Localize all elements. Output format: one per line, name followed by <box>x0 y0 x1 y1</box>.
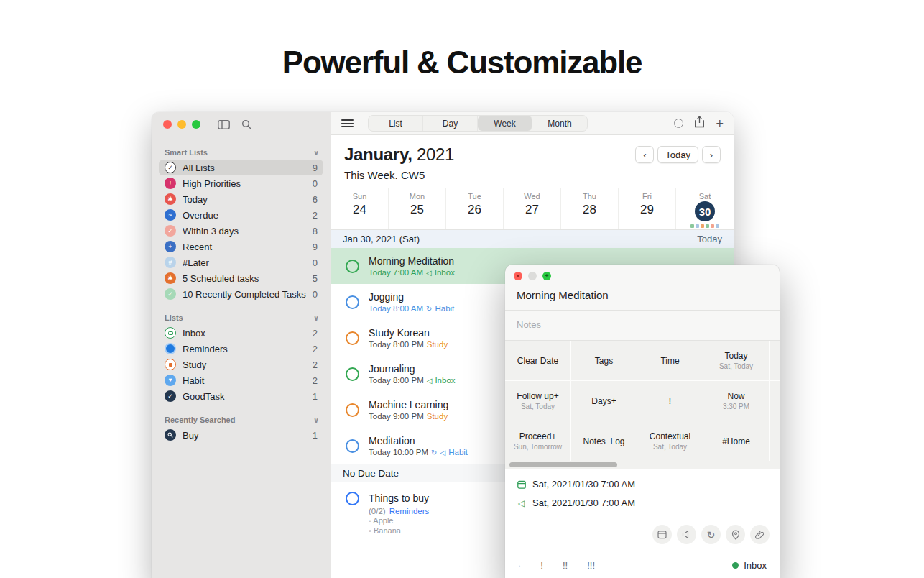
quick-action-days-plus[interactable]: Days+ <box>571 381 637 421</box>
tab-week[interactable]: Week <box>478 116 532 131</box>
share-icon[interactable] <box>694 116 705 131</box>
list-name: Inbox <box>744 560 767 571</box>
item-label: All Lists <box>183 162 313 173</box>
priority-low[interactable]: ! <box>540 560 543 571</box>
sidebar-item-high-priorities[interactable]: ! High Priorities 0 <box>159 175 323 191</box>
sidebar-item-within-3-days[interactable]: ✓ Within 3 days 8 <box>159 223 323 239</box>
chevron-down-icon[interactable]: ∨ <box>313 416 319 424</box>
month-label: January, <box>344 144 412 164</box>
quick-action-priority[interactable]: ! <box>637 381 703 421</box>
sidebar-item-inbox[interactable]: Inbox 2 <box>159 325 323 341</box>
priority-medium[interactable]: !! <box>563 560 568 571</box>
sidebar-item-reminders[interactable]: Reminders 2 <box>159 341 323 357</box>
task-list-label: Reminders <box>389 507 430 515</box>
day-cell-fri[interactable]: Fri 29 <box>619 188 676 229</box>
close-popup-button[interactable]: × <box>514 272 522 280</box>
alert-button[interactable] <box>677 525 696 544</box>
due-date-row[interactable]: Sat, 2021/01/30 7:00 AM <box>517 479 768 490</box>
quick-action-proceed[interactable]: Proceed+Sun, Tomorrow <box>505 421 570 461</box>
list-selector[interactable]: Inbox <box>732 560 767 571</box>
repeat-button[interactable]: ↻ <box>701 525 721 544</box>
sidebar-item-habit[interactable]: ♥ Habit 2 <box>159 372 323 388</box>
zoom-popup-button[interactable]: + <box>542 272 551 280</box>
smart-lists-section-header[interactable]: Smart Lists ∨ <box>159 144 323 160</box>
day-cell-sun[interactable]: Sun 24 <box>331 188 389 229</box>
minimize-popup-button[interactable] <box>528 272 537 280</box>
task-title-field[interactable]: Morning Meditation <box>505 285 780 311</box>
day-cell-thu[interactable]: Thu 28 <box>561 188 619 229</box>
priority-high[interactable]: !!! <box>587 560 595 571</box>
close-window-button[interactable] <box>163 120 172 129</box>
item-count: 2 <box>313 210 318 221</box>
menu-icon[interactable] <box>341 119 354 127</box>
alert-date-row[interactable]: ◁ Sat, 2021/01/30 7:00 AM <box>517 497 768 508</box>
attachment-button[interactable] <box>750 525 770 544</box>
item-label: Recent <box>183 242 313 252</box>
sidebar-item-recently-completed[interactable]: ✓ 10 Recently Completed Tasks 0 <box>159 286 323 302</box>
day-cell-wed[interactable]: Wed 27 <box>504 188 561 229</box>
chevron-down-icon[interactable]: ∨ <box>313 314 319 322</box>
quick-action-partial[interactable] <box>770 381 780 421</box>
sidebar-item-recent[interactable]: + Recent 9 <box>159 239 323 254</box>
day-cell-sat-selected[interactable]: Sat 30 <box>676 188 734 229</box>
horizontal-scrollbar[interactable] <box>505 461 780 469</box>
day-cell-mon[interactable]: Mon 25 <box>389 188 446 229</box>
sidebar-item-goodtask[interactable]: ✓ GoodTask 1 <box>159 388 323 404</box>
search-icon[interactable] <box>241 119 251 129</box>
quick-action-partial[interactable] <box>770 421 780 461</box>
show-completed-icon[interactable] <box>674 119 683 128</box>
quick-action-follow-up[interactable]: Follow up+Sat, Today <box>505 381 570 421</box>
toggle-sidebar-icon[interactable] <box>218 120 230 129</box>
alert-icon: ◁ <box>517 498 526 508</box>
sidebar-item-study[interactable]: Study 2 <box>159 357 323 372</box>
next-week-button[interactable]: › <box>702 146 721 163</box>
sidebar-item-scheduled-tasks[interactable]: ✱ 5 Scheduled tasks 5 <box>159 270 323 286</box>
calendar-button[interactable] <box>652 525 672 544</box>
complete-checkbox[interactable] <box>346 492 359 505</box>
later-tag-icon: # <box>165 257 176 268</box>
quick-action-now[interactable]: Now3:30 PM <box>703 381 769 421</box>
quick-action-today[interactable]: TodaySat, Today <box>703 341 769 380</box>
quick-action-clear-date[interactable]: Clear Date <box>505 341 570 380</box>
quick-action-contextual[interactable]: ContextualSat, Today <box>637 421 703 461</box>
sidebar-item-today[interactable]: ✱ Today 6 <box>159 191 323 207</box>
complete-checkbox[interactable] <box>346 439 359 453</box>
subtask-progress: (0/2) <box>369 507 386 515</box>
task-time: Today 8:00 PM <box>369 340 424 349</box>
today-button[interactable]: Today <box>657 146 698 163</box>
quick-action-notes-log[interactable]: Notes_Log <box>571 421 637 461</box>
lists-section-header[interactable]: Lists ∨ <box>159 309 323 325</box>
tab-list[interactable]: List <box>369 116 423 131</box>
alert-date-value: Sat, 2021/01/30 7:00 AM <box>532 497 635 508</box>
quick-action-partial[interactable] <box>770 341 780 380</box>
sidebar-item-buy-search[interactable]: Buy 1 <box>159 427 323 443</box>
quick-action-home-tag[interactable]: #Home <box>703 421 769 461</box>
notes-field[interactable]: Notes <box>505 311 780 341</box>
complete-checkbox[interactable] <box>346 403 359 417</box>
tab-month[interactable]: Month <box>532 116 587 131</box>
scrollbar-thumb[interactable] <box>509 462 617 467</box>
zoom-window-button[interactable] <box>192 120 200 129</box>
day-cell-tue[interactable]: Tue 26 <box>446 188 504 229</box>
recently-searched-section-header[interactable]: Recently Searched ∨ <box>159 411 323 427</box>
search-badge-icon <box>165 429 176 441</box>
task-detail-popup: × + Morning Meditation Notes Clear Date … <box>505 265 780 578</box>
sidebar-item-all-lists[interactable]: ✓ All Lists 9 <box>159 160 323 175</box>
quick-action-time[interactable]: Time <box>637 341 703 380</box>
chevron-down-icon[interactable]: ∨ <box>313 149 319 157</box>
complete-checkbox[interactable] <box>346 331 359 345</box>
tab-day[interactable]: Day <box>423 116 478 131</box>
location-button[interactable] <box>726 525 745 544</box>
sidebar-item-later[interactable]: # #Later 0 <box>159 254 323 270</box>
complete-checkbox[interactable] <box>346 367 359 381</box>
priority-none[interactable]: · <box>518 560 521 571</box>
action-label: Follow up+ <box>517 391 558 401</box>
complete-checkbox[interactable] <box>346 295 359 309</box>
quick-action-tags[interactable]: Tags <box>571 341 637 380</box>
add-task-icon[interactable]: + <box>716 117 724 130</box>
sidebar-item-overdue[interactable]: ~ Overdue 2 <box>159 207 323 223</box>
complete-checkbox[interactable] <box>346 260 359 273</box>
task-list-label: Study <box>427 340 448 349</box>
minimize-window-button[interactable] <box>177 120 186 129</box>
prev-week-button[interactable]: ‹ <box>635 146 654 163</box>
